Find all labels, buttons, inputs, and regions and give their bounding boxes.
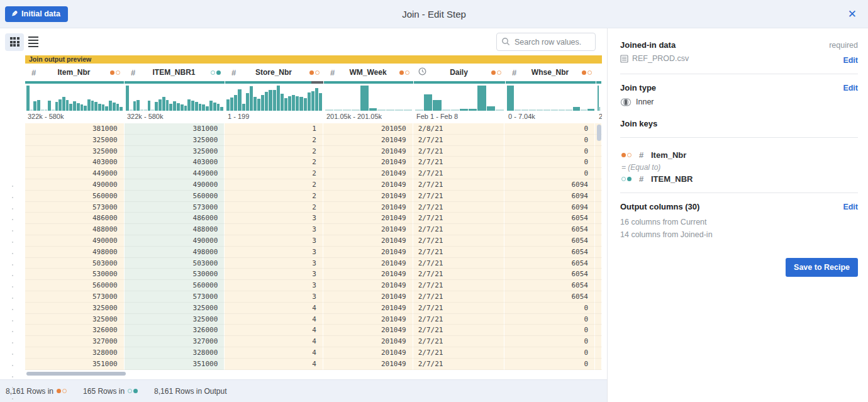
column-header-Whse_Nbr[interactable]: #Whse_Nbr	[506, 64, 596, 81]
grid-cell[interactable]	[595, 179, 602, 191]
edit-join-type-link[interactable]: Edit	[843, 84, 858, 92]
grid-cell[interactable]: 4	[225, 303, 323, 314]
grid-cell[interactable]: 2/8/21	[413, 123, 505, 135]
grid-cell[interactable]: 530000	[125, 269, 225, 280]
close-icon[interactable]: ✕	[845, 6, 859, 22]
grid-cell[interactable]	[595, 258, 602, 269]
grid-cell[interactable]: 0	[504, 123, 595, 135]
grid-cell[interactable]: 3	[225, 280, 323, 291]
grid-cell[interactable]: 3	[225, 235, 323, 247]
edit-output-columns-link[interactable]: Edit	[843, 203, 858, 211]
grid-cell[interactable]	[595, 168, 602, 179]
grid-cell[interactable]	[595, 202, 602, 213]
grid-cell[interactable]: 2/7/21	[413, 303, 505, 314]
grid-cell[interactable]: 486000	[125, 213, 225, 224]
grid-cell[interactable]: 325000	[25, 314, 125, 325]
grid-cell[interactable]: 201049	[323, 179, 413, 191]
grid-cell[interactable]: 490000	[25, 235, 125, 247]
data-quality-bar[interactable]	[414, 81, 505, 84]
column-histogram[interactable]	[596, 84, 602, 111]
grid-cell[interactable]: 201049	[323, 280, 413, 291]
grid-cell[interactable]: 490000	[25, 179, 125, 191]
grid-cell[interactable]: 1	[225, 123, 323, 135]
grid-cell[interactable]: 6054	[504, 247, 595, 258]
grid-cell[interactable]: 201049	[323, 224, 413, 235]
grid-cell[interactable]: 6054	[504, 224, 595, 235]
grid-cell[interactable]: 2/7/21	[413, 347, 505, 359]
grid-cell[interactable]: 2/7/21	[413, 168, 505, 179]
grid-cell[interactable]: 0	[504, 303, 595, 314]
save-to-recipe-button[interactable]: Save to Recipe	[786, 258, 858, 277]
grid-cell[interactable]	[595, 291, 602, 303]
grid-cell[interactable]: 201049	[323, 135, 413, 146]
grid-cell[interactable]: 201049	[323, 146, 413, 157]
grid-cell[interactable]: 2/7/21	[413, 213, 505, 224]
grid-cell[interactable]: 3	[225, 291, 323, 303]
grid-cell[interactable]: 325000	[125, 303, 225, 314]
grid-cell[interactable]: 4	[225, 325, 323, 336]
grid-cell[interactable]: 2/7/21	[413, 224, 505, 235]
grid-cell[interactable]: 0	[504, 325, 595, 336]
grid-cell[interactable]: 3	[225, 213, 323, 224]
grid-cell[interactable]	[595, 303, 602, 314]
grid-cell[interactable]: 0	[504, 135, 595, 146]
join-key-left[interactable]: # Item_Nbr	[621, 150, 858, 160]
column-header-Item_Nbr[interactable]: #Item_Nbr	[25, 64, 125, 81]
grid-cell[interactable]: 201049	[323, 303, 413, 314]
grid-cell[interactable]: 503000	[125, 258, 225, 269]
grid-cell[interactable]	[595, 280, 602, 291]
column-header-ITEM_NBR1[interactable]: #ITEM_NBR1	[125, 64, 225, 81]
grid-view-button[interactable]	[5, 33, 24, 51]
grid-cell[interactable]: 381000	[125, 123, 225, 135]
grid-cell[interactable]: 573000	[125, 291, 225, 303]
grid-cell[interactable]: 2/7/21	[413, 325, 505, 336]
grid-cell[interactable]: 327000	[25, 336, 125, 347]
grid-cell[interactable]	[595, 314, 602, 325]
grid-cell[interactable]: 2	[225, 146, 323, 157]
grid-cell[interactable]: 2	[225, 191, 323, 202]
grid-cell[interactable]: 2	[225, 135, 323, 146]
grid-cell[interactable]: 201050	[323, 123, 413, 135]
vertical-scrollbar-thumb[interactable]	[597, 125, 601, 141]
grid-cell[interactable]: 560000	[25, 191, 125, 202]
grid-cell[interactable]: 325000	[125, 135, 225, 146]
column-header-WM_Week[interactable]: #WM_Week	[324, 64, 414, 81]
grid-cell[interactable]: 201049	[323, 157, 413, 168]
grid-cell[interactable]: 326000	[25, 325, 125, 336]
grid-cell[interactable]: 573000	[25, 291, 125, 303]
grid-cell[interactable]: 201049	[323, 325, 413, 336]
search-input[interactable]	[496, 33, 596, 51]
grid-cell[interactable]: 328000	[25, 347, 125, 359]
grid-cell[interactable]: 498000	[125, 247, 225, 258]
column-histogram[interactable]	[414, 84, 506, 111]
grid-cell[interactable]: 449000	[125, 168, 225, 179]
grid-cell[interactable]: 201049	[323, 258, 413, 269]
grid-cell[interactable]: 6054	[504, 258, 595, 269]
grid-cell[interactable]: 381000	[25, 123, 125, 135]
grid-cell[interactable]: 2/7/21	[413, 202, 505, 213]
grid-cell[interactable]: 2/7/21	[413, 291, 505, 303]
grid-cell[interactable]: 201049	[323, 191, 413, 202]
data-quality-bar[interactable]	[506, 81, 596, 84]
grid-cell[interactable]: 351000	[125, 359, 225, 370]
grid-cell[interactable]: 2	[225, 157, 323, 168]
grid-cell[interactable]: 201049	[323, 247, 413, 258]
grid-cell[interactable]: 2/7/21	[413, 280, 505, 291]
grid-cell[interactable]: 326000	[125, 325, 225, 336]
data-quality-bar[interactable]	[596, 81, 601, 84]
grid-cell[interactable]: 0	[504, 157, 595, 168]
grid-cell[interactable]	[595, 224, 602, 235]
horizontal-scrollbar-thumb[interactable]	[26, 372, 126, 376]
grid-cell[interactable]: 201049	[323, 269, 413, 280]
grid-cell[interactable]	[595, 213, 602, 224]
grid-cell[interactable]: 0	[504, 336, 595, 347]
grid-cell[interactable]: 325000	[125, 314, 225, 325]
grid-cell[interactable]	[595, 269, 602, 280]
grid-cell[interactable]: 2/7/21	[413, 235, 505, 247]
grid-cell[interactable]: 449000	[25, 168, 125, 179]
join-key-right[interactable]: # ITEM_NBR	[621, 174, 858, 184]
horizontal-scrollbar[interactable]	[25, 370, 602, 376]
grid-cell[interactable]: 2/7/21	[413, 314, 505, 325]
column-header-R[interactable]: #R	[596, 64, 602, 81]
grid-cell[interactable]: 403000	[25, 157, 125, 168]
